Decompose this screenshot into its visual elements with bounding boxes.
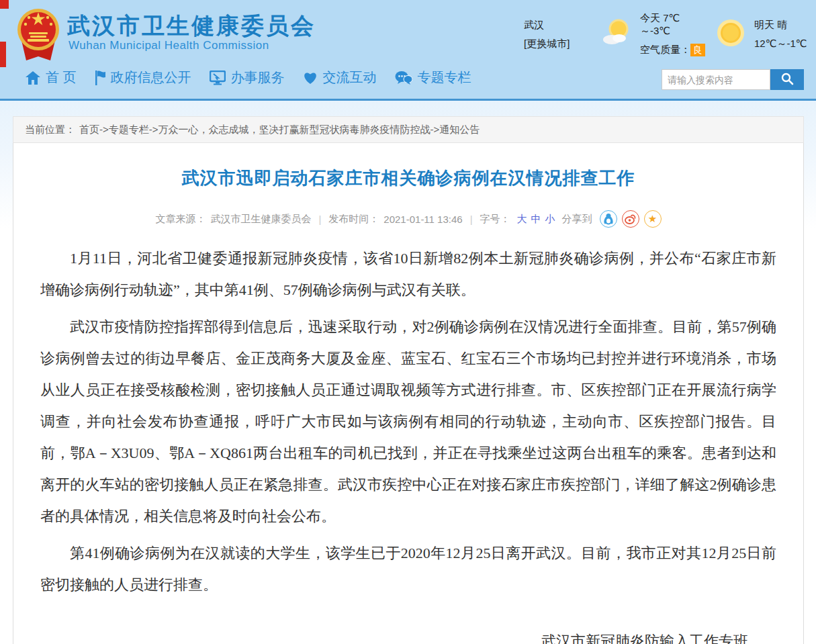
weibo-share-icon[interactable] [622,210,639,228]
share-label: 分享到 [562,213,592,226]
breadcrumb-path[interactable]: 首页->专题专栏->万众一心，众志成城，坚决打赢新型冠状病毒肺炎疫情防控战->通… [79,124,480,136]
decor-red-corner [0,0,9,9]
nav-item-services[interactable]: 办事服务 [210,68,285,87]
article: 武汉市迅即启动石家庄市相关确诊病例在汉情况排查工作 文章来源： 武汉市卫生健康委… [13,143,804,644]
site-subtitle: Wuhan Municipal Health Commission [69,39,269,52]
decor-red-edge [0,42,6,67]
signature-org: 武汉市新冠肺炎防输入工作专班 [40,626,776,644]
search-button[interactable] [770,69,804,90]
heart-icon [303,71,318,85]
home-icon [26,71,40,85]
sun-cloud-icon [601,18,633,50]
nav-item-home[interactable]: 首 页 [26,68,77,87]
article-title: 武汉市迅即启动石家庄市相关确诊病例在汉情况排查工作 [40,143,776,190]
breadcrumb: 当前位置： 首页->专题专栏->万众一心，众志成城，坚决打赢新型冠状病毒肺炎疫情… [13,116,804,143]
nav-item-interaction[interactable]: 交流互动 [303,68,377,87]
sun-icon [714,16,747,52]
publish-time-value: 2021-01-11 13:46 [383,214,462,225]
article-body: 1月11日，河北省卫健委通报新冠肺炎疫情，该省10日新增82例本土新冠肺炎确诊病… [40,242,776,600]
weather-widget: 武汉 [更换城市] 今天 7℃～-3℃ 空气质量：良 明天 晴 [524,12,816,56]
qq-share-icon[interactable] [600,210,617,228]
nav-item-gov-info[interactable]: 政府信息公开 [95,68,191,87]
article-meta: 文章来源： 武汉市卫生健康委员会 | 发布时间： 2021-01-11 13:4… [40,210,776,228]
chat-icon [395,71,412,85]
qzone-share-icon[interactable]: ★ [644,210,662,228]
source-value: 武汉市卫生健康委员会 [210,213,311,226]
search-input[interactable] [662,69,770,90]
today-weather: 今天 7℃～-3℃ [640,12,707,38]
share-buttons: ★ [600,210,662,228]
paragraph: 1月11日，河北省卫健委通报新冠肺炎疫情，该省10日新增82例本土新冠肺炎确诊病… [40,242,776,306]
breadcrumb-label: 当前位置： [25,124,75,136]
monitor-icon [210,71,226,85]
tomorrow-temp: 12℃～-1℃ [754,38,816,50]
site-header: 武汉市卫生健康委员会 Wuhan Municipal Health Commis… [0,0,816,101]
search-icon [780,72,794,87]
font-medium-button[interactable]: 中 [531,213,541,224]
source-label: 文章来源： [155,213,206,226]
content-column: 当前位置： 首页->专题专栏->万众一心，众志成城，坚决打赢新型冠状病毒肺炎疫情… [13,116,804,644]
signature-block: 武汉市新冠肺炎防输入工作专班 2021年1月11日 [40,626,776,644]
tomorrow-weather: 明天 晴 [754,19,816,32]
flag-icon [95,71,105,85]
publish-time-label: 发布时间： [328,213,379,226]
paragraph: 第41例确诊病例为在汉就读的大学生，该学生已于2020年12月25日离开武汉。目… [40,537,776,600]
change-city-link[interactable]: [更换城市] [524,38,594,50]
nav-item-special-topics[interactable]: 专题专栏 [395,68,471,87]
site-title: 武汉市卫生健康委员会 [67,11,316,42]
font-size-controls: 大中小 [515,213,557,226]
fontsize-label: 字号： [480,213,510,226]
main-nav: 首 页 政府信息公开 办事服务 交流互动 专题专栏 [26,68,471,87]
paragraph: 武汉市疫情防控指挥部得到信息后，迅速采取行动，对2例确诊病例在汉情况进行全面排查… [40,311,776,532]
weather-city: 武汉 [524,19,594,32]
font-small-button[interactable]: 小 [545,213,555,224]
air-quality: 空气质量：良 [640,44,707,56]
font-large-button[interactable]: 大 [517,213,527,224]
search-box [662,69,804,90]
national-emblem-logo [17,4,60,67]
air-quality-badge: 良 [690,44,705,56]
